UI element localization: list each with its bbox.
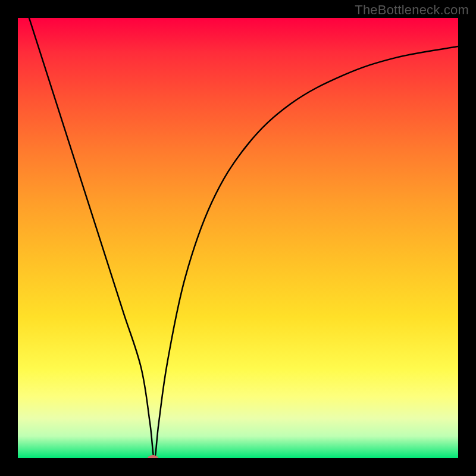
bottleneck-curve: [18, 18, 458, 458]
plot-area: [18, 18, 458, 458]
optimum-marker: [148, 455, 158, 458]
watermark-text: TheBottleneck.com: [355, 2, 469, 18]
chart-frame: TheBottleneck.com: [0, 0, 476, 476]
